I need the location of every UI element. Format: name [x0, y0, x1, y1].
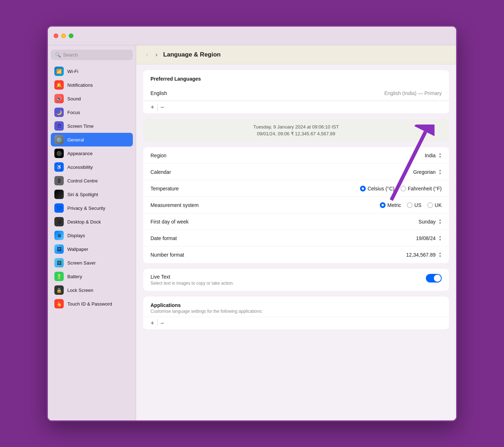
- temperature-row: Temperature Celsius (°C) Fahrenheit (°F): [143, 180, 449, 197]
- first-day-value[interactable]: Sunday ▲▼: [419, 218, 442, 225]
- panel-title: Language & Region: [163, 51, 221, 58]
- search-box[interactable]: 🔍 Search: [51, 50, 133, 60]
- sidebar-item-notifications[interactable]: 🔔Notifications: [51, 78, 133, 92]
- celsius-radio[interactable]: [360, 186, 366, 191]
- search-placeholder: Search: [63, 52, 78, 58]
- language-label: English: [150, 90, 194, 96]
- sidebar-item-privacy[interactable]: 🛡Privacy & Security: [51, 201, 133, 215]
- sidebar-item-label-wallpaper: Wallpaper: [67, 247, 88, 252]
- preferred-languages-title: Preferred Languages: [143, 70, 449, 86]
- applications-title: Applications: [150, 302, 442, 308]
- live-text-info: Live Text Select text in images to copy …: [150, 274, 426, 286]
- date-format-value[interactable]: 19/08/24 ▲▼: [416, 235, 442, 241]
- region-label: Region: [150, 153, 425, 158]
- sidebar-item-wallpaper[interactable]: 🖼Wallpaper: [51, 242, 133, 256]
- fahrenheit-label: Fahrenheit (°F): [408, 186, 442, 191]
- sidebar-item-siri[interactable]: ✦Siri & Spotlight: [51, 188, 133, 201]
- number-format-value[interactable]: 12,34,567.89 ▲▼: [406, 252, 442, 258]
- remove-language-button[interactable]: −: [158, 103, 167, 111]
- sidebar-item-wifi[interactable]: 📶Wi-Fi: [51, 64, 133, 78]
- sidebar-item-label-focus: Focus: [67, 110, 80, 115]
- sidebar-item-battery[interactable]: 🔋Battery: [51, 270, 133, 283]
- region-row: Region India ▲▼: [143, 147, 449, 164]
- sidebar-item-control[interactable]: 🎛Control Centre: [51, 174, 133, 188]
- live-text-toggle[interactable]: [426, 274, 442, 283]
- maximize-button[interactable]: [69, 33, 73, 38]
- sidebar-item-sound[interactable]: 🔊Sound: [51, 92, 133, 105]
- sidebar-item-touchid[interactable]: 👆Touch ID & Password: [51, 297, 133, 311]
- language-row: English English (India) — Primary: [143, 86, 449, 101]
- sidebar-item-lockscreen[interactable]: 🔒Lock Screen: [51, 283, 133, 297]
- live-text-description: Select text in images to copy or take ac…: [150, 281, 426, 286]
- temperature-options: Celsius (°C) Fahrenheit (°F): [360, 186, 442, 191]
- us-label: US: [414, 202, 421, 208]
- touchid-icon: 👆: [54, 299, 64, 308]
- titlebar: [48, 27, 456, 45]
- appearance-icon: ⚫: [54, 149, 64, 158]
- sidebar-item-accessibility[interactable]: ♿Accessibility: [51, 160, 133, 174]
- sidebar-item-label-general: General: [67, 137, 84, 143]
- metric-option[interactable]: Metric: [380, 202, 401, 208]
- number-format-label: Number format: [150, 252, 406, 258]
- metric-dot: [382, 204, 384, 206]
- us-option[interactable]: US: [407, 202, 421, 208]
- add-language-button[interactable]: +: [148, 103, 157, 111]
- sidebar-item-label-touchid: Touch ID & Password: [67, 301, 112, 307]
- applications-header: Applications Customise language settings…: [143, 297, 449, 317]
- wallpaper-icon: 🖼: [54, 244, 64, 254]
- live-text-title: Live Text: [150, 274, 426, 280]
- sidebar-item-focus[interactable]: 🌙Focus: [51, 105, 133, 119]
- sidebar-item-general[interactable]: ⚙️General: [51, 133, 133, 146]
- screensaver-icon: 🖼: [54, 258, 64, 267]
- privacy-icon: 🛡: [54, 203, 64, 213]
- add-remove-bar: + −: [143, 101, 449, 113]
- region-value[interactable]: India ▲▼: [425, 152, 442, 159]
- measurement-row: Measurement system Metric US: [143, 197, 449, 213]
- sidebar-item-displays[interactable]: 🖥Displays: [51, 229, 133, 242]
- calendar-row: Calendar Gregorian ▲▼: [143, 164, 449, 180]
- sidebar-item-appearance[interactable]: ⚫Appearance: [51, 146, 133, 160]
- date-format-stepper: ▲▼: [438, 235, 442, 241]
- sidebar-item-label-appearance: Appearance: [67, 151, 93, 156]
- sidebar-item-screentime[interactable]: ⏱Screen Time: [51, 119, 133, 133]
- back-button[interactable]: ‹: [145, 50, 150, 59]
- sidebar-item-label-desktop: Desktop & Dock: [67, 219, 101, 225]
- sidebar-item-screensaver[interactable]: 🖼Screen Saver: [51, 256, 133, 270]
- language-value: English (India) — Primary: [384, 90, 442, 96]
- uk-option[interactable]: UK: [427, 202, 442, 208]
- forward-button[interactable]: ›: [154, 50, 159, 59]
- uk-radio[interactable]: [427, 202, 433, 208]
- minimize-button[interactable]: [61, 33, 66, 38]
- calendar-stepper: ▲▼: [438, 169, 442, 175]
- sidebar-item-label-screensaver: Screen Saver: [67, 260, 96, 266]
- add-application-button[interactable]: +: [148, 319, 157, 327]
- sidebar-item-label-siri: Siri & Spotlight: [67, 192, 98, 197]
- us-radio[interactable]: [407, 202, 413, 208]
- fahrenheit-option[interactable]: Fahrenheit (°F): [400, 186, 442, 191]
- desktop-icon: 🖥: [54, 217, 64, 226]
- celsius-option[interactable]: Celsius (°C): [360, 186, 395, 191]
- siri-icon: ✦: [54, 190, 64, 199]
- remove-application-button[interactable]: −: [158, 319, 167, 327]
- sidebar-item-label-battery: Battery: [67, 274, 82, 279]
- applications-section: Applications Customise language settings…: [143, 297, 449, 329]
- metric-radio[interactable]: [380, 202, 386, 208]
- sidebar-item-desktop[interactable]: 🖥Desktop & Dock: [51, 215, 133, 229]
- preferred-languages-section: Preferred Languages English English (Ind…: [143, 70, 449, 113]
- sidebar-item-label-accessibility: Accessibility: [67, 164, 93, 170]
- control-icon: 🎛: [54, 176, 64, 185]
- date-format-label: Date format: [150, 235, 416, 241]
- panel-header: ‹ › Language & Region: [136, 45, 456, 64]
- date-preview-line2: 09/01/24, 09:06 ₹ 12,345.67 4,567.89: [150, 131, 442, 136]
- fahrenheit-radio[interactable]: [400, 186, 406, 191]
- settings-section: Region India ▲▼ Calendar Gregorian ▲▼: [143, 147, 449, 263]
- sidebar-item-label-notifications: Notifications: [67, 82, 93, 88]
- calendar-value[interactable]: Gregorian ▲▼: [413, 169, 442, 175]
- search-icon: 🔍: [55, 52, 61, 58]
- screentime-icon: ⏱: [54, 121, 64, 131]
- first-day-row: First day of week Sunday ▲▼: [143, 213, 449, 230]
- focus-icon: 🌙: [54, 108, 64, 117]
- sidebar-item-label-sound: Sound: [67, 96, 81, 101]
- applications-add-bar: + −: [143, 317, 449, 329]
- close-button[interactable]: [54, 33, 58, 38]
